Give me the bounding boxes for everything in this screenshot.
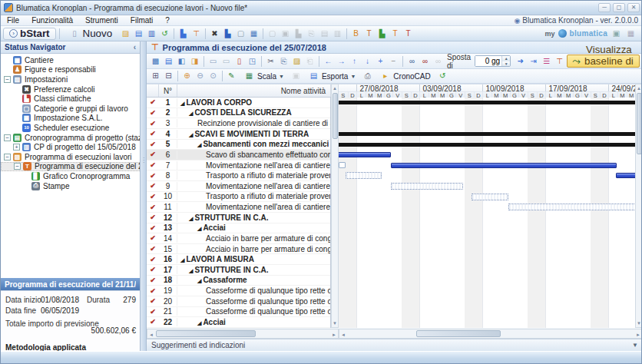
sidebar-splitter[interactable]: ⋮ bbox=[141, 41, 147, 351]
open-file-icon[interactable]: ▨ bbox=[120, 28, 131, 39]
gantt-vscrollbar[interactable]: ▲ ▼ bbox=[635, 84, 642, 328]
bar-chart-icon[interactable]: ▙ bbox=[222, 28, 233, 39]
tree-item-site[interactable]: ▦Cantiere bbox=[1, 55, 140, 65]
tree-item-sal-settings[interactable]: ▦Impostazione S.A.L. bbox=[1, 114, 140, 124]
zoom-fit-icon[interactable]: ⊙ bbox=[207, 71, 219, 82]
table-row[interactable]: ✔8Trasporto a rifiuto di materiale prove… bbox=[147, 170, 330, 181]
gantt-planned-bar[interactable] bbox=[339, 162, 346, 168]
collapse-group-icon[interactable]: ◢ bbox=[180, 257, 184, 263]
zoom-out-icon[interactable]: ⊖ bbox=[194, 71, 206, 82]
table-row[interactable]: ✔18◢Cassaforme bbox=[147, 276, 330, 286]
zoom-in-icon[interactable]: ⊕ bbox=[181, 71, 193, 82]
menu-funzionalit[interactable]: Funzionalità bbox=[25, 16, 79, 25]
tree-item-settings-folder[interactable]: −▧Impostazioni bbox=[1, 74, 140, 84]
go-to-icon[interactable]: ➜ bbox=[515, 55, 526, 67]
table-row[interactable]: ✔14Acciaio in barre per armature di cong… bbox=[147, 233, 330, 244]
scala-button[interactable]: ▦ Scala▼ bbox=[239, 70, 289, 82]
gantt-planned-bar[interactable] bbox=[346, 172, 382, 179]
link-icon[interactable]: ∞ bbox=[406, 55, 418, 67]
table-vscrollbar[interactable]: ▲ ▼ bbox=[331, 84, 339, 328]
info-icon[interactable]: ◧ bbox=[176, 55, 187, 67]
table-row[interactable]: ✔19Casseforme di qualunque tipo rette o … bbox=[147, 286, 330, 296]
close-button[interactable]: ✕ bbox=[627, 3, 640, 12]
save-icon[interactable]: ▤ bbox=[133, 28, 144, 39]
esporta-button[interactable]: ▤ Esporta▼ bbox=[303, 70, 360, 82]
outdent-icon[interactable]: ← bbox=[323, 55, 334, 67]
menu-strumenti[interactable]: Strumenti bbox=[79, 16, 124, 25]
chevron-down-icon[interactable]: ▼ bbox=[632, 342, 638, 349]
table-row[interactable]: ✔22◢Acciai bbox=[147, 317, 330, 328]
detail-window-icon[interactable]: ◳ bbox=[247, 55, 258, 67]
tree-item-scheduler[interactable]: 10Scheduler esecuzione bbox=[1, 123, 140, 133]
collapse-node-icon[interactable]: − bbox=[4, 76, 11, 83]
program-orange-icon[interactable]: T bbox=[389, 28, 401, 39]
constraint-icon[interactable]: ⇥ bbox=[528, 55, 539, 67]
collapse-group-icon[interactable]: ◢ bbox=[189, 111, 193, 116]
move-down-icon[interactable]: ↓ bbox=[362, 55, 373, 67]
move-up-icon[interactable]: ↑ bbox=[349, 55, 360, 67]
delete-row-icon[interactable]: ▯ bbox=[233, 55, 245, 67]
gantt-task-bar[interactable] bbox=[391, 163, 617, 168]
program-tool-icon[interactable]: ⊤ bbox=[554, 55, 565, 67]
new-row-icon[interactable]: ▭ bbox=[207, 55, 219, 67]
bstart-button[interactable]: › bStart bbox=[3, 28, 56, 40]
grid-edit-icon[interactable]: ▩ bbox=[150, 55, 161, 67]
remove-icon[interactable]: − bbox=[388, 55, 399, 67]
pen-style-icon[interactable]: ✎ bbox=[226, 71, 237, 82]
tree-item-print[interactable]: ⎙Stampe bbox=[1, 181, 140, 191]
layout-tool-icon[interactable]: ⊤ bbox=[190, 28, 202, 39]
program-del-icon[interactable]: T bbox=[402, 28, 414, 39]
gantt-summary-bar[interactable] bbox=[339, 143, 635, 147]
tree-item-project-schedule[interactable]: −▤Cronoprogramma di progetto (stazione a… bbox=[1, 133, 140, 143]
menu-filmati[interactable]: Filmati bbox=[124, 16, 159, 25]
tree-item-works-programs-folder[interactable]: −▨Programma di esecuzioni lavori bbox=[1, 152, 140, 162]
gantt-green-icon[interactable]: ▙ bbox=[376, 28, 388, 39]
table-row[interactable]: ✔16◢LAVORI A MISURA bbox=[147, 254, 330, 265]
collapse-group-icon[interactable]: ◢ bbox=[189, 216, 193, 221]
tools-icon[interactable]: ✖ bbox=[209, 28, 220, 39]
tree-item-people[interactable]: ♟Figure e responsabili bbox=[1, 65, 140, 75]
expand-all-icon[interactable]: ⊞ bbox=[150, 71, 161, 82]
gantt-hscrollbar[interactable]: ◄ ► bbox=[339, 329, 642, 339]
cut-icon[interactable]: ✂ bbox=[265, 55, 276, 67]
table-row[interactable]: ✔11Movimentazione nell'area di cantiere … bbox=[147, 202, 330, 213]
collapse-group-icon[interactable]: ◢ bbox=[189, 132, 193, 137]
cronocad-button[interactable]: ▸ CronoCAD bbox=[375, 70, 435, 82]
table-row[interactable]: ✔17◢STRUTTURE IN C.A. bbox=[147, 265, 330, 276]
program-add-icon[interactable]: T bbox=[363, 28, 375, 39]
table-row[interactable]: ✔7Movimentazione nell'area di cantiere d… bbox=[147, 160, 330, 171]
collapse-group-icon[interactable]: ◢ bbox=[197, 142, 201, 147]
collapse-node-icon[interactable]: − bbox=[4, 154, 11, 160]
num-column-header[interactable]: N° bbox=[159, 84, 177, 97]
gantt-task-bar[interactable] bbox=[616, 173, 635, 178]
name-column-header[interactable]: Nome attività bbox=[177, 84, 331, 97]
table-row[interactable]: ✔13◢Acciai bbox=[147, 223, 330, 234]
undo-icon[interactable]: ↺ bbox=[159, 28, 170, 39]
menu-file[interactable]: File bbox=[1, 16, 25, 25]
table-row[interactable]: ✔12◢STRUTTURE IN C.A. bbox=[147, 213, 330, 223]
levels-icon[interactable]: ☰ bbox=[541, 55, 552, 67]
minimize-button[interactable]: ─ bbox=[598, 3, 611, 12]
account-icon[interactable]: ▣ bbox=[611, 28, 622, 39]
visualizza-baseline-button[interactable]: ⤳ Visualizza baseline di progetto bbox=[567, 55, 640, 68]
table-hscrollbar[interactable]: ◄ ► bbox=[147, 329, 339, 339]
export-view-icon[interactable]: ◨ bbox=[189, 55, 200, 67]
save-all-icon[interactable]: ▥ bbox=[146, 28, 157, 39]
add-icon[interactable]: + bbox=[375, 55, 386, 67]
collapse-sidebar-icon[interactable]: ‹ bbox=[134, 43, 136, 51]
tree-item-cp-document[interactable]: +▥CP di progetto del 15/05/2018 bbox=[1, 142, 140, 152]
collapse-node-icon[interactable]: − bbox=[4, 134, 11, 141]
menu-?[interactable]: ? bbox=[159, 16, 176, 25]
table-row[interactable]: ✔9Movimentazione nell'area di cantiere d… bbox=[147, 181, 330, 192]
table-row[interactable]: ✔21Casseforme di qualunque tipo rette o … bbox=[147, 307, 330, 318]
tree-item-climate-chart[interactable]: ▙Classi climatiche bbox=[1, 94, 140, 104]
nuovo-button[interactable]: ▯ Nuovo bbox=[63, 28, 119, 40]
gantt-planned-bar[interactable] bbox=[508, 204, 635, 210]
gantt-planned-bar[interactable] bbox=[472, 194, 508, 200]
collapse-group-icon[interactable]: ◢ bbox=[180, 101, 184, 106]
insert-dropdown-icon[interactable]: ▭ bbox=[220, 55, 232, 67]
chart-icon[interactable]: ▙ bbox=[177, 28, 189, 39]
table-row[interactable]: ✔3Recinzione provvisionale di cantiere d… bbox=[147, 118, 330, 129]
collapse-group-icon[interactable]: ◢ bbox=[197, 278, 201, 283]
collapse-all-icon[interactable]: ⊟ bbox=[163, 71, 174, 82]
